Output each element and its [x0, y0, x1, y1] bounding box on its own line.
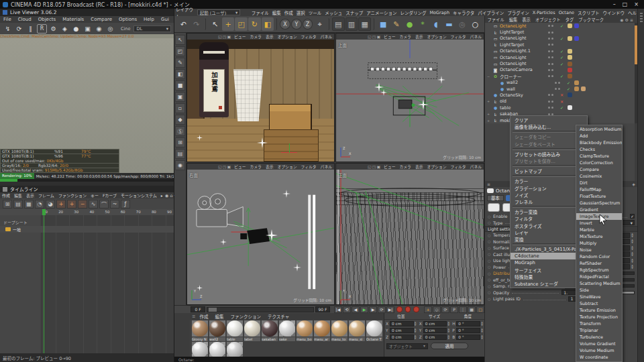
viewport-toggle-icon[interactable]: ◳	[372, 164, 376, 169]
submenu-item[interactable]: GaussianSpectrum	[576, 200, 622, 206]
material-item[interactable]: masu_ar	[313, 320, 331, 341]
viewport-menu-item[interactable]: 表示	[264, 164, 276, 170]
submenu-item[interactable]: Compare	[576, 166, 622, 173]
viewport-perspective[interactable]: ◱◳▣ ビューカメラ表示オプションフィルタパネル 加賀鳶	[186, 33, 335, 162]
timeline-toolbar-button[interactable]: ▦	[24, 200, 34, 208]
object-row[interactable]: + Ŀ old ✕	[485, 99, 635, 105]
toolbar-button[interactable]: ◧	[262, 17, 274, 31]
material-item[interactable]: wall2	[209, 320, 226, 341]
submenu-item[interactable]: Side	[576, 287, 622, 294]
maximize-button[interactable]: □	[623, 1, 628, 7]
object-row[interactable]: ▭ OctaneLight ✓	[485, 60, 635, 66]
slider-handle[interactable]	[209, 308, 217, 312]
toolbar-button[interactable]: Z	[303, 19, 313, 29]
submenu-item[interactable]: Cosinemix	[576, 173, 622, 180]
timeline-toolbar-button[interactable]: ▤	[13, 200, 23, 208]
transport-button[interactable]: ⟳	[378, 306, 386, 313]
submenu-item[interactable]: ColorCorrection	[576, 160, 622, 166]
object-tag[interactable]	[574, 86, 579, 91]
palette-tool-icon[interactable]: ✎	[175, 58, 185, 68]
object-row[interactable]: − ✿ クローナー ✓	[485, 73, 635, 79]
submenu-item[interactable]: RidgedFractal	[576, 274, 622, 280]
minimize-button[interactable]: –	[613, 1, 616, 7]
material-item[interactable]: masu_si	[348, 320, 366, 341]
viewport-menu-item[interactable]: ビュー	[232, 164, 248, 170]
timeline-toolbar-button[interactable]: ◔	[35, 200, 44, 208]
submenu-item[interactable]: Noise	[576, 247, 622, 253]
size-field[interactable]: Y0 cm▲▼	[419, 327, 450, 334]
submenu-item[interactable]: SineWave	[576, 294, 622, 300]
end-frame-field[interactable]: 90 F	[315, 306, 330, 312]
object-manager-menu-item[interactable]: 表示	[520, 17, 533, 23]
object-tag[interactable]	[574, 23, 579, 28]
toolbar-button[interactable]: ▤	[332, 17, 345, 31]
visibility-dots[interactable]	[548, 32, 559, 34]
viewport-menu-item[interactable]: 表示	[413, 164, 425, 170]
viewport-menu-item[interactable]: パネル	[468, 164, 484, 170]
timeline-menu-item[interactable]: モーションシステム	[119, 192, 159, 198]
tab-basic[interactable]: 基本	[487, 195, 504, 201]
viewport-menu-item[interactable]: カメラ	[398, 34, 413, 40]
toolbar-button[interactable]: ◰	[235, 17, 248, 31]
keyframe-record-icon[interactable]: ▦	[468, 306, 476, 313]
context-menu-item[interactable]	[513, 131, 585, 133]
viewport-toggle-icon[interactable]: ▣	[376, 34, 380, 39]
live-viewer-menu-item[interactable]: Objects	[35, 17, 59, 22]
object-name[interactable]: OctaneSky	[500, 93, 547, 98]
object-tag[interactable]	[568, 23, 572, 28]
menu-item[interactable]: ウインドウ	[601, 9, 627, 16]
material-item[interactable]: Octane T	[366, 320, 383, 341]
toolbar-button[interactable]: ◎	[456, 17, 469, 31]
viewport-menu-item[interactable]: オプション	[276, 34, 299, 40]
object-name[interactable]: LightTarget	[500, 29, 547, 35]
menu-item[interactable]: レンダリング	[398, 9, 428, 16]
toolbar-button[interactable]: Y	[291, 19, 302, 29]
viewport-menu-item[interactable]: フィルタ	[299, 34, 319, 40]
object-tag[interactable]	[568, 30, 572, 35]
object-name[interactable]: OctaneLight	[500, 23, 547, 29]
burger-icon[interactable]: ≡	[487, 182, 490, 186]
object-name[interactable]: クローナー	[500, 73, 547, 80]
menu-item[interactable]: ファイル	[250, 9, 270, 16]
toolbar-button[interactable]: ⌖	[313, 17, 326, 31]
object-name[interactable]: LightTarget	[500, 42, 547, 48]
submenu-item[interactable]: Subtract	[576, 300, 622, 307]
submenu-item[interactable]: ClampTexture	[576, 153, 622, 160]
submenu-item[interactable]: Transform	[576, 320, 622, 327]
object-tag[interactable]	[574, 42, 579, 47]
submenu-item[interactable]: Blackbody Emission	[576, 139, 622, 146]
timeline-toolbar-button[interactable]: +	[56, 200, 66, 208]
keyframe-record-icon[interactable]: ⋮	[459, 306, 467, 313]
object-row[interactable]: ▭ OctaneLight ✓	[485, 54, 635, 60]
object-tag[interactable]	[574, 62, 579, 66]
timeline-menu-item[interactable]: 表示	[24, 192, 36, 198]
timeline-toolbar-button[interactable]: +	[67, 200, 76, 208]
object-tag[interactable]	[568, 105, 572, 110]
object-name[interactable]: OctaneLight	[500, 61, 547, 66]
viewport-menu-item[interactable]: フィルタ	[449, 34, 468, 40]
viewport-menu-item[interactable]: オプション	[425, 34, 449, 40]
visibility-dots[interactable]	[548, 44, 559, 46]
visibility-dots[interactable]	[548, 50, 559, 52]
toolbar-button[interactable]: *	[417, 17, 429, 31]
object-tag[interactable]	[574, 49, 579, 54]
submenu-item[interactable]: Texture Emission	[576, 307, 622, 314]
viewport-toggle-icon[interactable]: ◱	[368, 164, 372, 169]
playhead-handle[interactable]	[42, 209, 46, 215]
submenu-item[interactable]: MixTexture	[576, 233, 622, 240]
timeline-toolbar-button[interactable]: ⊞	[3, 200, 12, 208]
object-manager-menu-item[interactable]: ファイル	[485, 17, 506, 23]
object-manager-tool-icon[interactable]: ◉	[620, 17, 623, 22]
transport-button[interactable]: ▶	[360, 306, 368, 313]
object-name[interactable]: wall2	[506, 80, 553, 85]
object-tag[interactable]	[568, 68, 572, 72]
object-tag[interactable]	[581, 86, 586, 91]
enable-check-icon[interactable]: ✓	[560, 55, 566, 60]
timeline-toolbar-button[interactable]: ∿	[89, 200, 98, 208]
object-row[interactable]: ● table ✓	[485, 105, 635, 111]
viewport-menu-item[interactable]: フィルタ	[299, 164, 319, 170]
viewport-menu-item[interactable]: 表示	[264, 34, 276, 40]
timeline-toolbar-button[interactable]: ⌒	[99, 200, 109, 208]
object-tag[interactable]	[574, 93, 579, 97]
live-viewer-menu-item[interactable]: Compare	[87, 17, 115, 22]
